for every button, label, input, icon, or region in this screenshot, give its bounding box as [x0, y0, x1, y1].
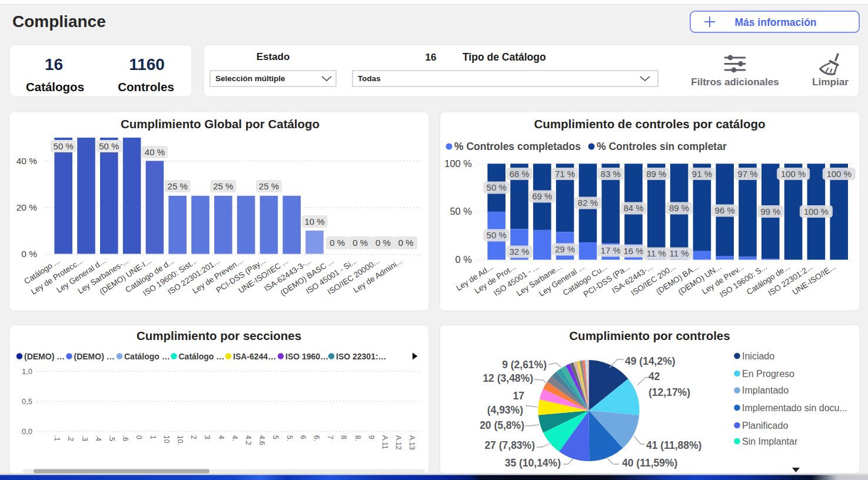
svg-text:A.12: A.12 [394, 435, 403, 450]
svg-text:99 %: 99 % [760, 206, 780, 216]
svg-text:4.: 4. [231, 435, 239, 441]
svg-text:0,0: 0,0 [22, 427, 32, 436]
svg-text:12 (3,48%): 12 (3,48%) [483, 372, 533, 384]
svg-text:0: 0 [135, 435, 143, 439]
svg-text:69 %: 69 % [532, 191, 552, 201]
svg-text:Controles: Controles [118, 80, 174, 94]
svg-text:27 (7,83%): 27 (7,83%) [484, 439, 535, 451]
svg-text:Más información: Más información [734, 16, 816, 28]
svg-text:Catálogos: Catálogos [26, 80, 84, 94]
svg-text:(DEMO) …: (DEMO) … [74, 352, 115, 361]
svg-text:10: 10 [162, 435, 171, 444]
svg-text:Selección múltiple: Selección múltiple [215, 74, 285, 83]
svg-text:100 %: 100 % [804, 206, 829, 216]
svg-text:0 %: 0 % [398, 238, 414, 248]
svg-text:83 %: 83 % [601, 169, 621, 179]
svg-text:40 %: 40 % [145, 147, 165, 157]
svg-text:20 %: 20 % [16, 202, 38, 212]
svg-text:Cumplimiento por controles: Cumplimiento por controles [569, 329, 730, 342]
svg-text:42: 42 [648, 371, 660, 382]
svg-text:82 %: 82 % [578, 198, 598, 208]
svg-text:Iniciado: Iniciado [742, 351, 774, 361]
svg-text:Tipo de Catálogo: Tipo de Catálogo [463, 51, 546, 63]
svg-text:100 %: 100 % [444, 158, 472, 169]
svg-text:.1: .1 [53, 435, 61, 441]
svg-text:40 %: 40 % [16, 156, 38, 166]
svg-text:0,5: 0,5 [22, 397, 32, 406]
svg-text:Cumplimiento por secciones: Cumplimiento por secciones [137, 329, 301, 342]
svg-text:35 (10,14%): 35 (10,14%) [505, 457, 561, 469]
svg-text:9: 9 [367, 435, 375, 439]
svg-text:91 %: 91 % [692, 169, 712, 179]
svg-text:100 %: 100 % [826, 169, 852, 179]
svg-text:1: 1 [149, 435, 157, 439]
svg-text:5: 5 [271, 435, 280, 439]
svg-text:Estado: Estado [257, 51, 290, 62]
svg-text:49 (14,2%): 49 (14,2%) [625, 355, 676, 367]
svg-text:9 (2,61%): 9 (2,61%) [502, 359, 547, 371]
svg-text:.2: .2 [66, 435, 75, 441]
svg-text:0 %: 0 % [375, 238, 391, 248]
svg-text:(4,93%): (4,93%) [487, 404, 523, 416]
svg-text:50 %: 50 % [54, 141, 74, 151]
svg-text:0 %: 0 % [21, 249, 37, 259]
svg-text:8.: 8. [354, 435, 362, 441]
svg-text:32 %: 32 % [509, 246, 529, 256]
svg-text:100 %: 100 % [781, 169, 806, 179]
svg-text:ISO 1960…: ISO 1960… [285, 352, 328, 361]
svg-text:68 %: 68 % [509, 169, 529, 179]
svg-text:Filtros adicionales: Filtros adicionales [691, 76, 779, 88]
svg-text:.3: .3 [81, 435, 89, 441]
svg-text:10 %: 10 % [304, 216, 324, 226]
svg-text:Todas: Todas [358, 74, 381, 83]
svg-text:.4: .4 [94, 435, 102, 441]
svg-text:25 %: 25 % [213, 181, 233, 191]
svg-text:% Controles completados: % Controles completados [454, 141, 581, 152]
svg-text:50 %: 50 % [487, 182, 507, 192]
svg-text:6.: 6. [312, 435, 321, 441]
svg-text:4.2: 4.2 [244, 435, 252, 445]
svg-text:0 %: 0 % [352, 238, 368, 248]
svg-text:89 %: 89 % [646, 169, 666, 179]
svg-text:Planificado: Planificado [742, 421, 788, 431]
svg-text:Catálogo …: Catálogo … [124, 352, 170, 361]
svg-text:97 %: 97 % [737, 169, 757, 179]
svg-text:A.13: A.13 [408, 435, 416, 450]
svg-text:Cumplimiento Global por Catálo: Cumplimiento Global por Catálogo [121, 117, 320, 131]
svg-text:4.6: 4.6 [258, 435, 266, 445]
svg-text:84 %: 84 % [623, 203, 643, 213]
svg-text:0 %: 0 % [330, 238, 345, 248]
svg-text:10.: 10. [176, 435, 184, 445]
svg-text:25 %: 25 % [259, 181, 279, 191]
svg-text:17: 17 [513, 390, 524, 402]
svg-text:ISO 22301:…: ISO 22301:… [336, 352, 387, 361]
svg-text:96 %: 96 % [715, 205, 735, 215]
svg-text:0 %: 0 % [455, 254, 473, 265]
svg-text:Cumplimiento de controles por: Cumplimiento de controles por catálogo [534, 117, 766, 131]
svg-text:1,0: 1,0 [22, 367, 32, 376]
svg-text:Implementado sin docu...: Implementado sin docu... [742, 403, 847, 413]
svg-text:16 %: 16 % [623, 246, 643, 256]
svg-text:29 %: 29 % [555, 244, 575, 254]
svg-text:Sin Implantar: Sin Implantar [742, 436, 798, 446]
svg-text:Limpiar: Limpiar [812, 76, 849, 88]
svg-text:17 %: 17 % [601, 245, 621, 255]
svg-text:50 %: 50 % [487, 230, 507, 240]
svg-text:71 %: 71 % [555, 169, 575, 179]
svg-text:41 (11,88%): 41 (11,88%) [646, 439, 701, 451]
svg-text:16: 16 [45, 55, 63, 74]
svg-text:25 %: 25 % [168, 181, 188, 191]
svg-text:7: 7 [326, 435, 334, 439]
svg-text:(DEMO) …: (DEMO) … [24, 352, 65, 361]
svg-text:Implantado: Implantado [742, 385, 789, 395]
svg-text:En Progreso: En Progreso [742, 369, 794, 379]
svg-text:1160: 1160 [129, 55, 165, 74]
svg-text:8: 8 [340, 435, 348, 439]
svg-text:4: 4 [217, 435, 225, 439]
svg-text:.6: .6 [121, 435, 129, 441]
svg-text:% Controles sin completar: % Controles sin completar [597, 141, 727, 152]
svg-text:3: 3 [203, 435, 211, 439]
svg-text:50 %: 50 % [99, 141, 119, 151]
svg-text:6: 6 [299, 435, 307, 439]
svg-text:Compliance: Compliance [12, 12, 106, 31]
